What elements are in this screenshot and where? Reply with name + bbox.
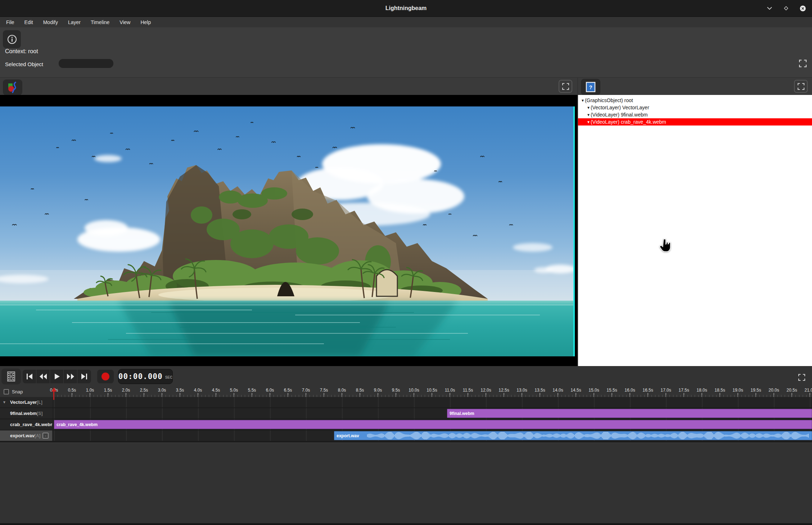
play-icon <box>54 373 60 380</box>
ruler-tick-label: 15.5s <box>606 388 617 393</box>
ruler-tick-label: 14.0s <box>552 388 563 393</box>
window-title: Lightningbeam <box>0 0 812 17</box>
menu-item[interactable]: Modify <box>43 19 58 25</box>
ruler-tick-label: 6.5s <box>284 388 292 393</box>
ruler-tick-label: 12.0s <box>481 388 491 393</box>
draw-tools-button[interactable] <box>3 79 22 95</box>
track-name: VectorLayer <box>10 400 37 405</box>
disclosure-icon[interactable]: ▼ <box>587 113 590 117</box>
timeline-fullscreen-button[interactable] <box>798 374 806 382</box>
ruler-tick-label: 5.0s <box>230 388 238 393</box>
menu-item[interactable]: Edit <box>24 19 33 25</box>
video-preview <box>0 106 574 356</box>
ruler-tick-label: 18.5s <box>714 388 725 393</box>
disclosure-icon[interactable]: ▼ <box>587 120 590 124</box>
fullscreen-icon <box>799 60 807 67</box>
disclosure-icon[interactable]: ▼ <box>587 106 590 110</box>
window-bottom-edge <box>0 523 812 525</box>
close-icon <box>800 5 806 12</box>
ruler-tick-label: 6.0s <box>266 388 274 393</box>
tree-item-label: (VideoLayer) crab_rave_4k.webm <box>591 119 666 125</box>
track-lane[interactable] <box>52 397 812 407</box>
ruler-tick-label: 8.0s <box>338 388 346 393</box>
clip-export-wav[interactable]: export.wav <box>334 431 812 440</box>
skip-to-start-button[interactable] <box>23 370 36 383</box>
record-icon <box>102 373 109 380</box>
selected-object-label: Selected Object <box>5 61 43 67</box>
ruler-tick-label: 19.0s <box>732 388 743 393</box>
ruler-tick-label: 0.5s <box>68 388 76 393</box>
track-mute-checkbox[interactable]: - <box>42 433 49 439</box>
info-button[interactable] <box>3 30 21 48</box>
ruler-tick-label: 10.0s <box>409 388 419 393</box>
disclosure-icon[interactable]: ▼ <box>581 99 585 102</box>
inspector-fullscreen-button[interactable] <box>799 60 807 68</box>
rewind-button[interactable] <box>36 370 50 383</box>
canvas-stage[interactable] <box>0 95 577 366</box>
track-label-crab-rave[interactable]: crab_rave_4k.webm[S] <box>0 419 52 430</box>
tree-item-label: (VectorLayer) VectorLayer <box>591 105 649 110</box>
clip-9final[interactable]: 9final.webm <box>447 409 812 418</box>
canvas-fullscreen-button[interactable] <box>559 80 572 93</box>
fast-forward-icon <box>67 373 75 380</box>
menu-item[interactable]: Layer <box>68 19 81 25</box>
tree-item[interactable]: ▼(VideoLayer) crab_rave_4k.webm <box>578 118 812 125</box>
tree-item[interactable]: ▼(GraphicsObject) root <box>578 97 812 104</box>
track-label-export-wav[interactable]: export.wav[A] - <box>0 430 52 441</box>
ruler-tick-label: 1.0s <box>86 388 94 393</box>
playhead[interactable] <box>53 390 54 400</box>
disclosure-icon[interactable]: ▼ <box>3 397 6 407</box>
ruler-tick-label: 18.0s <box>696 388 707 393</box>
film-button[interactable] <box>1 369 21 384</box>
menu-item[interactable]: View <box>119 19 130 25</box>
ruler-tick-label: 1.5s <box>104 388 112 393</box>
track-name: 9final.webm <box>10 411 37 416</box>
audio-waveform <box>334 432 812 440</box>
track-lane[interactable]: 9final.webm <box>52 408 812 419</box>
skip-to-end-button[interactable] <box>77 370 91 383</box>
fullscreen-icon <box>798 374 805 381</box>
track-lane[interactable]: crab_rave_4k.webm <box>52 419 812 430</box>
skip-start-icon <box>26 373 33 380</box>
close-button[interactable] <box>799 5 806 12</box>
tree-item[interactable]: ▼(VectorLayer) VectorLayer <box>578 104 812 111</box>
ruler-tick-label: 9.0s <box>374 388 382 393</box>
tree-fullscreen-button[interactable] <box>794 80 808 93</box>
ruler-tick-label: 16.5s <box>642 388 653 393</box>
track-name: crab_rave_4k.webm <box>10 422 52 427</box>
image-placeholder-button[interactable]: ? <box>581 79 600 95</box>
ruler-tick-label: 21.0s <box>804 388 812 393</box>
timeline-ruler[interactable]: Snap 0.0s0.5s1.0s1.5s2.0s2.5s3.0s3.5s4.0… <box>0 387 812 397</box>
stage-right-guide <box>573 106 575 356</box>
track-label-vectorlayer[interactable]: ▼VectorLayer[L] <box>0 397 52 407</box>
selected-object-input[interactable] <box>59 59 113 68</box>
time-value: 00:00.000 <box>118 372 163 381</box>
play-button[interactable] <box>50 370 64 383</box>
app-window: Lightningbeam FileEditModifyLayer <box>0 0 812 525</box>
time-display: 00:00.000 SEC <box>118 369 173 384</box>
chevron-down-icon <box>767 6 772 10</box>
scene-tree-body: ▼(GraphicsObject) root▼(VectorLayer) Vec… <box>578 95 812 366</box>
maximize-button[interactable] <box>782 5 790 12</box>
lightningbeam-logo-icon <box>7 82 18 93</box>
ruler-tick-label: 2.5s <box>140 388 148 393</box>
ruler-tick-label: 11.5s <box>463 388 473 393</box>
fullscreen-icon <box>798 83 804 90</box>
menu-item[interactable]: File <box>6 19 14 25</box>
record-button[interactable] <box>97 370 114 383</box>
canvas-header <box>0 78 577 95</box>
track-lane[interactable]: export.wav <box>52 430 812 441</box>
track-label-9final[interactable]: 9final.webm[S] <box>0 408 52 419</box>
ruler-tick-label: 2.0s <box>122 388 130 393</box>
menubar: FileEditModifyLayerTimelineViewHelp <box>0 17 812 27</box>
menu-item[interactable]: Help <box>140 19 151 25</box>
fast-forward-button[interactable] <box>64 370 77 383</box>
playback-controls <box>23 370 91 383</box>
track-row-9final: 9final.webm[S] 9final.webm <box>0 408 812 419</box>
ruler-tick-label: 9.5s <box>392 388 400 393</box>
clip-crab-rave[interactable]: crab_rave_4k.webm <box>54 420 812 429</box>
transport-bar: 00:00.000 SEC <box>0 366 812 387</box>
minimize-button[interactable] <box>766 5 773 12</box>
menu-item[interactable]: Timeline <box>91 19 109 25</box>
tree-item[interactable]: ▼(VideoLayer) 9final.webm <box>578 111 812 118</box>
